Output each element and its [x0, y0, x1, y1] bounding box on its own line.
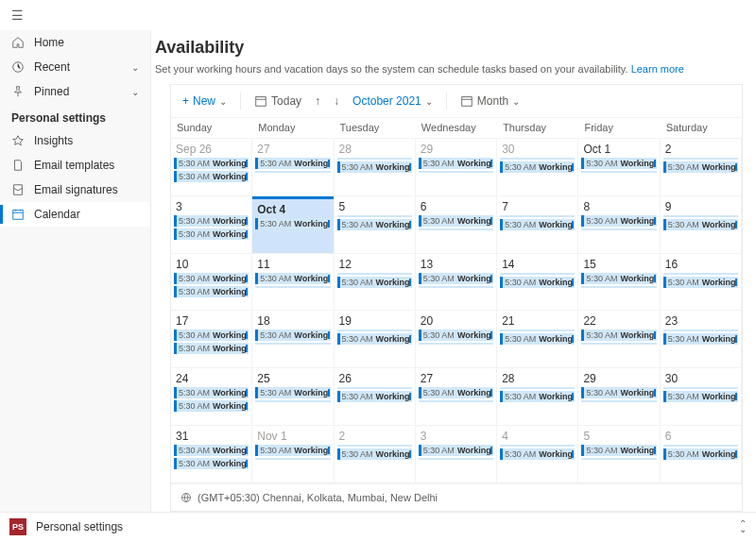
calendar-event[interactable]: 5:30 AMWorking↻: [663, 391, 738, 402]
calendar-event[interactable]: [337, 215, 412, 217]
calendar-event[interactable]: 5:30 AMWorking↻: [581, 387, 656, 398]
calendar-cell[interactable]: 185:30 AMWorking↻: [252, 311, 334, 368]
calendar-cell[interactable]: 285:30 AMWorking↻: [497, 368, 578, 426]
calendar-cell[interactable]: 295:30 AMWorking↻: [416, 139, 497, 196]
calendar-event[interactable]: 5:30 AMWorking↻: [663, 161, 738, 173]
calendar-cell[interactable]: Oct 15:30 AMWorking↻: [578, 139, 660, 196]
calendar-event[interactable]: 5:30 AMWorking↻: [337, 391, 412, 402]
calendar-cell[interactable]: 165:30 AMWorking↻: [661, 254, 742, 312]
calendar-event[interactable]: 5:30 AMWorking↻: [255, 218, 330, 229]
nav-home[interactable]: Home: [0, 30, 150, 55]
calendar-event[interactable]: 5:30 AMWorking↻: [337, 219, 412, 230]
calendar-cell[interactable]: 305:30 AMWorking↻: [661, 368, 742, 426]
calendar-event[interactable]: 5:30 AMWorking↻: [174, 273, 249, 284]
calendar-event[interactable]: 5:30 AMWorking↻: [419, 330, 493, 341]
calendar-event[interactable]: 5:30 AMWorking↻: [500, 161, 575, 173]
calendar-event[interactable]: 5:30 AMWorking↻: [255, 445, 330, 456]
calendar-event[interactable]: [419, 228, 493, 230]
calendar-event[interactable]: 5:30 AMWorking↻: [255, 330, 330, 341]
today-button[interactable]: Today: [254, 94, 301, 108]
calendar-event[interactable]: 5:30 AMWorking↻: [174, 215, 249, 227]
calendar-cell[interactable]: 305:30 AMWorking↻: [497, 139, 578, 196]
timezone-footer[interactable]: (GMT+05:30) Chennai, Kolkata, Mumbai, Ne…: [171, 483, 742, 511]
calendar-event[interactable]: [581, 400, 656, 402]
calendar-event[interactable]: 5:30 AMWorking↻: [500, 277, 575, 288]
calendar-event[interactable]: 5:30 AMWorking↻: [419, 215, 493, 227]
calendar-cell[interactable]: 295:30 AMWorking↻: [578, 368, 660, 426]
calendar-event[interactable]: [255, 400, 330, 402]
calendar-event[interactable]: [337, 158, 412, 160]
calendar-event[interactable]: 5:30 AMWorking↻: [174, 286, 249, 297]
calendar-event[interactable]: 5:30 AMWorking↻: [419, 158, 493, 169]
calendar-event[interactable]: 5:30 AMWorking↻: [174, 158, 249, 169]
calendar-event[interactable]: 5:30 AMWorking↻: [337, 277, 412, 288]
nav-email-templates[interactable]: Email templates: [0, 153, 150, 178]
calendar-cell[interactable]: 115:30 AMWorking↻: [252, 254, 334, 312]
view-picker[interactable]: Month ⌄: [460, 94, 520, 108]
calendar-cell[interactable]: 65:30 AMWorking↻: [416, 196, 497, 254]
calendar-cell[interactable]: 155:30 AMWorking↻: [578, 254, 660, 312]
calendar-cell[interactable]: 105:30 AMWorking↻5:30 AMWorking↻: [171, 254, 252, 312]
nav-pinned[interactable]: Pinned ⌄: [0, 79, 150, 104]
calendar-cell[interactable]: 285:30 AMWorking↻: [335, 139, 416, 196]
calendar-cell[interactable]: 275:30 AMWorking↻: [252, 139, 334, 196]
calendar-event[interactable]: 5:30 AMWorking↻: [337, 161, 412, 173]
month-picker[interactable]: October 2021 ⌄: [352, 94, 433, 108]
calendar-event[interactable]: 5:30 AMWorking↻: [419, 273, 493, 284]
calendar-event[interactable]: 5:30 AMWorking↻: [337, 333, 412, 345]
calendar-event[interactable]: [255, 231, 330, 233]
calendar-cell[interactable]: Nov 15:30 AMWorking↻: [252, 426, 334, 483]
calendar-event[interactable]: 5:30 AMWorking↻: [663, 448, 738, 460]
calendar-cell[interactable]: 125:30 AMWorking↻: [335, 254, 416, 312]
calendar-event[interactable]: 5:30 AMWorking↻: [174, 343, 249, 354]
calendar-cell[interactable]: 35:30 AMWorking↻5:30 AMWorking↻: [171, 196, 252, 254]
calendar-event[interactable]: [255, 343, 330, 345]
calendar-event[interactable]: 5:30 AMWorking↻: [255, 387, 330, 398]
calendar-event[interactable]: [419, 400, 493, 402]
new-button[interactable]: + New ⌄: [182, 94, 227, 108]
calendar-event[interactable]: [500, 445, 575, 447]
calendar-event[interactable]: [581, 228, 656, 230]
calendar-cell[interactable]: 205:30 AMWorking↻: [416, 311, 497, 368]
calendar-cell[interactable]: 175:30 AMWorking↻5:30 AMWorking↻: [171, 311, 252, 368]
calendar-event[interactable]: 5:30 AMWorking↻: [419, 387, 493, 398]
calendar-event[interactable]: [500, 215, 575, 217]
calendar-event[interactable]: 5:30 AMWorking↻: [174, 171, 249, 182]
calendar-cell[interactable]: 85:30 AMWorking↻: [578, 196, 660, 254]
calendar-cell[interactable]: 255:30 AMWorking↻: [252, 368, 334, 426]
calendar-cell[interactable]: Sep 265:30 AMWorking↻5:30 AMWorking↻: [171, 139, 252, 196]
calendar-event[interactable]: [663, 387, 738, 389]
calendar-event[interactable]: 5:30 AMWorking↻: [174, 387, 249, 398]
calendar-cell[interactable]: 55:30 AMWorking↻: [335, 196, 416, 254]
nav-insights[interactable]: Insights: [0, 128, 150, 153]
calendar-cell[interactable]: 195:30 AMWorking↻: [335, 311, 416, 368]
calendar-event[interactable]: [419, 343, 493, 345]
calendar-cell[interactable]: 35:30 AMWorking↻: [416, 426, 497, 483]
bottom-bar[interactable]: PS Personal settings ⌃⌄: [0, 512, 756, 541]
calendar-event[interactable]: 5:30 AMWorking↻: [174, 400, 249, 412]
nav-email-signatures[interactable]: Email signatures: [0, 178, 150, 202]
calendar-event[interactable]: [255, 286, 330, 288]
calendar-event[interactable]: [337, 273, 412, 275]
calendar-event[interactable]: [663, 273, 738, 275]
calendar-event[interactable]: [337, 330, 412, 331]
calendar-cell[interactable]: 45:30 AMWorking↻: [497, 426, 578, 483]
calendar-event[interactable]: 5:30 AMWorking↻: [500, 333, 575, 345]
calendar-event[interactable]: 5:30 AMWorking↻: [255, 273, 330, 284]
calendar-cell[interactable]: 75:30 AMWorking↻: [497, 196, 578, 254]
calendar-event[interactable]: [663, 215, 738, 217]
calendar-cell[interactable]: 135:30 AMWorking↻: [416, 254, 497, 312]
calendar-event[interactable]: [663, 445, 738, 447]
calendar-event[interactable]: 5:30 AMWorking↻: [255, 158, 330, 169]
calendar-event[interactable]: [663, 158, 738, 160]
calendar-event[interactable]: [337, 445, 412, 447]
calendar-cell[interactable]: 145:30 AMWorking↻: [497, 254, 578, 312]
calendar-event[interactable]: 5:30 AMWorking↻: [337, 448, 412, 460]
expand-collapse-icon[interactable]: ⌃⌄: [739, 521, 747, 533]
calendar-event[interactable]: [419, 286, 493, 288]
calendar-event[interactable]: [581, 343, 656, 345]
calendar-event[interactable]: [419, 458, 493, 460]
calendar-cell[interactable]: 225:30 AMWorking↻: [578, 311, 660, 368]
calendar-cell[interactable]: Oct 45:30 AMWorking↻: [252, 196, 334, 254]
calendar-cell[interactable]: 235:30 AMWorking↻: [661, 311, 742, 368]
